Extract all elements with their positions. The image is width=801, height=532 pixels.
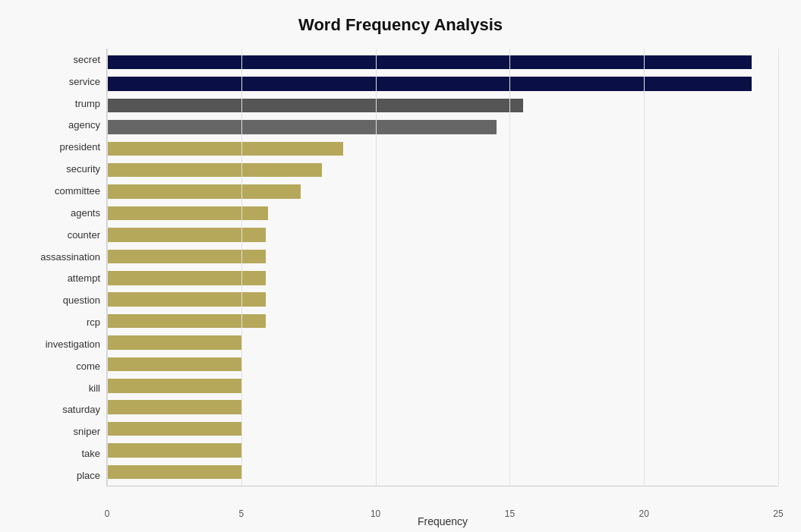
bar-saturday	[107, 400, 241, 414]
y-label-question: question	[63, 289, 100, 311]
bar-row-committee	[107, 181, 778, 202]
bar-trump	[107, 99, 523, 112]
bar-row-sniper	[107, 418, 778, 439]
bar-sniper	[107, 422, 241, 436]
bar-agents	[107, 206, 268, 220]
grid-line-25	[778, 49, 779, 486]
x-tick-25: 25	[773, 508, 783, 519]
bar-row-rcp	[107, 310, 778, 332]
bar-rcp	[107, 314, 266, 328]
y-labels: secretservicetrumpagencypresidentsecurit…	[23, 49, 106, 486]
bar-row-agency	[107, 116, 778, 137]
y-label-place: place	[77, 464, 100, 486]
bar-row-trump	[107, 95, 778, 116]
bars-container	[107, 49, 778, 486]
y-label-rcp: rcp	[87, 311, 100, 333]
y-label-investigation: investigation	[46, 333, 100, 355]
bar-security	[107, 163, 322, 177]
bar-row-kill	[107, 375, 778, 396]
bar-committee	[107, 184, 301, 198]
y-label-attempt: attempt	[68, 267, 100, 289]
y-label-sniper: sniper	[74, 420, 100, 442]
plot-area: 0510152025 Frequency	[106, 49, 778, 486]
chart-title: Word Frequency Analysis	[298, 15, 503, 35]
y-label-president: president	[60, 136, 100, 158]
bar-kill	[107, 379, 241, 392]
x-axis-label: Frequency	[418, 515, 468, 527]
y-label-take: take	[81, 442, 100, 464]
bar-service	[107, 77, 752, 90]
bar-row-service	[107, 73, 778, 94]
bar-row-saturday	[107, 397, 778, 418]
bar-president	[107, 142, 343, 156]
bar-come	[107, 357, 241, 371]
bar-secret	[107, 55, 752, 69]
x-tick-15: 15	[505, 508, 515, 519]
y-label-committee: committee	[55, 180, 100, 202]
y-label-secret: secret	[74, 49, 100, 71]
chart-area: secretservicetrumpagencypresidentsecurit…	[23, 49, 778, 486]
x-tick-5: 5	[238, 508, 244, 519]
bar-place	[107, 465, 241, 479]
bar-attempt	[107, 271, 266, 285]
bar-row-assassination	[107, 246, 778, 267]
bar-counter	[107, 228, 266, 241]
y-label-kill: kill	[89, 377, 100, 399]
y-label-security: security	[66, 158, 100, 180]
bar-investigation	[107, 335, 241, 349]
bar-row-agents	[107, 203, 778, 224]
y-label-counter: counter	[68, 224, 100, 246]
bar-row-security	[107, 159, 778, 181]
bar-row-question	[107, 288, 778, 310]
bar-row-president	[107, 138, 778, 159]
y-label-saturday: saturday	[62, 399, 100, 421]
bar-row-investigation	[107, 332, 778, 353]
x-tick-20: 20	[639, 508, 649, 519]
y-label-agents: agents	[71, 202, 100, 224]
bar-agency	[107, 120, 497, 134]
chart-container: Word Frequency Analysis secretservicetru…	[0, 0, 801, 532]
bar-row-attempt	[107, 267, 778, 288]
bar-question	[107, 292, 266, 306]
x-tick-10: 10	[371, 508, 380, 519]
y-label-agency: agency	[68, 115, 100, 137]
y-label-assassination: assassination	[40, 246, 100, 268]
x-tick-0: 0	[105, 508, 110, 519]
bar-row-come	[107, 354, 778, 375]
bar-row-counter	[107, 224, 778, 245]
y-label-come: come	[76, 355, 100, 377]
y-label-trump: trump	[75, 93, 100, 115]
bar-row-take	[107, 439, 778, 461]
bar-row-place	[107, 461, 778, 483]
y-label-service: service	[69, 71, 100, 93]
bar-take	[107, 443, 241, 457]
bar-row-secret	[107, 52, 778, 73]
bar-assassination	[107, 250, 266, 263]
